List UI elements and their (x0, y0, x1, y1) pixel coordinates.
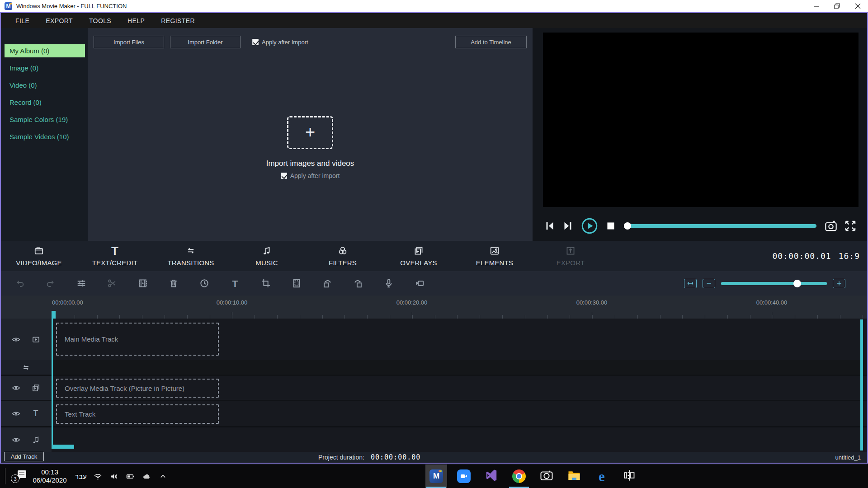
menu-export[interactable]: EXPORT (38, 17, 81, 24)
tab-filters[interactable]: FILTERS (305, 241, 381, 271)
ruler-label: 00:00:20.00 (396, 299, 428, 306)
volume-icon[interactable] (109, 471, 119, 481)
sidebar-item-video[interactable]: Video (0) (5, 79, 85, 92)
timeline-ruler[interactable]: 00:00:00.00 00:00:10.00 00:00:20.00 00:0… (1, 296, 867, 319)
app-window: FILE EXPORT TOOLS HELP REGISTER My Album… (0, 12, 868, 464)
taskbar-video-editor[interactable] (618, 465, 640, 488)
rotate-right-icon[interactable] (350, 276, 366, 291)
tab-music[interactable]: MUSIC (229, 241, 305, 271)
dropzone-caption: Import images and videos (266, 159, 354, 168)
minimize-button[interactable] (806, 0, 826, 12)
adjust-settings-icon[interactable] (74, 276, 89, 291)
import-dropzone[interactable]: + (287, 116, 333, 149)
text-track-icon: T (31, 409, 41, 418)
overlay-track-lane[interactable]: Overlay Media Track (Picture in Picture) (52, 376, 867, 400)
feature-tab-bar: VIDEO/IMAGE T TEXT/CREDIT TRANSITIONS MU… (1, 241, 867, 271)
taskbar-edge[interactable]: e (591, 465, 613, 488)
undo-icon[interactable] (12, 276, 28, 291)
duration-clock-icon[interactable] (197, 276, 212, 291)
eye-visibility-icon[interactable] (12, 335, 22, 344)
main-track-placeholder[interactable]: Main Media Track (56, 323, 219, 356)
taskbar-zoom[interactable] (453, 465, 475, 488)
import-folder-button[interactable]: Import Folder (170, 36, 241, 48)
wifi-icon[interactable] (93, 471, 103, 481)
seek-slider[interactable] (624, 224, 816, 228)
eye-visibility-icon[interactable] (12, 384, 22, 392)
rotate-left-icon[interactable] (320, 276, 335, 291)
record-voiceover-mic-icon[interactable] (381, 276, 396, 291)
eye-visibility-icon[interactable] (12, 409, 22, 418)
menu-tools[interactable]: TOOLS (81, 17, 119, 24)
main-track-lane[interactable]: Main Media Track (52, 319, 867, 360)
transition-track-lane[interactable] (52, 360, 867, 375)
menu-register[interactable]: REGISTER (153, 17, 203, 24)
frame-border-icon[interactable] (289, 276, 304, 291)
tab-export[interactable]: EXPORT (533, 241, 609, 271)
vertical-scrollbar[interactable] (860, 319, 863, 450)
sidebar-item-sample-videos[interactable]: Sample Videos (10) (5, 130, 85, 143)
taskbar-movie-maker[interactable]: M (425, 465, 447, 488)
tab-transitions[interactable]: TRANSITIONS (153, 241, 229, 271)
sidebar-item-record[interactable]: Record (0) (5, 96, 85, 109)
menu-help[interactable]: HELP (119, 17, 153, 24)
seek-slider-knob[interactable] (624, 222, 631, 230)
tab-overlays[interactable]: OVERLAYS (381, 241, 457, 271)
sidebar-item-image[interactable]: Image (0) (5, 61, 85, 75)
record-webcam-icon[interactable] (412, 276, 427, 291)
overlay-track-placeholder[interactable]: Overlay Media Track (Picture in Picture) (56, 379, 219, 398)
text-track-placeholder[interactable]: Text Track (56, 404, 219, 424)
eye-visibility-icon[interactable] (12, 436, 22, 444)
add-track-button[interactable]: Add Track (4, 452, 44, 461)
snapshot-camera-icon[interactable] (825, 220, 837, 232)
zoom-out-button[interactable] (703, 279, 715, 288)
crop-icon[interactable] (258, 276, 274, 291)
fullscreen-icon[interactable] (844, 220, 856, 232)
play-button[interactable] (581, 218, 598, 234)
zoom-in-button[interactable] (833, 279, 845, 288)
taskbar-file-explorer[interactable] (563, 465, 585, 488)
export-icon (566, 245, 576, 256)
language-indicator[interactable]: עבר (75, 473, 87, 480)
timeline-zoom-slider[interactable] (721, 282, 827, 285)
tab-video-image[interactable]: VIDEO/IMAGE (1, 241, 77, 271)
music-track-lane[interactable] (52, 427, 867, 452)
add-to-timeline-button[interactable]: Add to Timeline (455, 36, 527, 48)
horizontal-scrollbar[interactable] (52, 445, 74, 449)
redo-icon[interactable] (43, 276, 58, 291)
close-button[interactable] (847, 0, 868, 12)
timeline-zoom-knob[interactable] (793, 280, 801, 287)
taskbar-visual-studio[interactable] (481, 465, 502, 488)
next-frame-button[interactable] (562, 221, 573, 231)
tray-expand-chevron-icon[interactable] (158, 471, 168, 481)
onedrive-cloud-icon[interactable] (142, 471, 152, 481)
tab-elements[interactable]: ELEMENTS (457, 241, 533, 271)
stop-button[interactable] (606, 221, 616, 231)
file-explorer-icon (567, 469, 581, 484)
aspect-ratio-display: 16:9 (839, 251, 860, 261)
cut-scissors-icon[interactable] (104, 276, 120, 291)
menu-bar: FILE EXPORT TOOLS HELP REGISTER (1, 13, 867, 28)
taskbar-chrome[interactable] (508, 465, 530, 488)
sidebar-item-sample-colors[interactable]: Sample Colors (19) (5, 113, 85, 126)
fit-timeline-icon[interactable] (684, 279, 697, 288)
restore-button[interactable] (826, 0, 847, 12)
sidebar-item-my-album[interactable]: My Album (0) (5, 44, 85, 57)
add-text-icon[interactable]: T (227, 276, 243, 291)
notification-center-icon[interactable]: 3 (11, 469, 26, 483)
import-files-button[interactable]: Import Files (94, 36, 164, 48)
text-track-lane[interactable]: Text Track (52, 401, 867, 426)
previous-frame-button[interactable] (544, 221, 555, 231)
taskbar-clock[interactable]: 00:13 06/04/2020 (32, 468, 68, 484)
tab-text-credit[interactable]: T TEXT/CREDIT (77, 241, 153, 271)
playhead-handle[interactable] (52, 311, 56, 319)
main-media-track-row: Main Media Track (1, 319, 867, 360)
menu-file[interactable]: FILE (7, 17, 38, 24)
delete-trash-icon[interactable] (166, 276, 181, 291)
playhead-line[interactable] (52, 319, 53, 446)
show-desktop-strip[interactable] (5, 468, 5, 484)
dropzone-apply-checkbox[interactable] (281, 173, 287, 179)
taskbar-camera[interactable] (536, 465, 557, 488)
apply-after-import-checkbox[interactable] (252, 39, 259, 45)
split-clip-icon[interactable] (135, 276, 151, 291)
battery-icon[interactable] (126, 471, 136, 481)
